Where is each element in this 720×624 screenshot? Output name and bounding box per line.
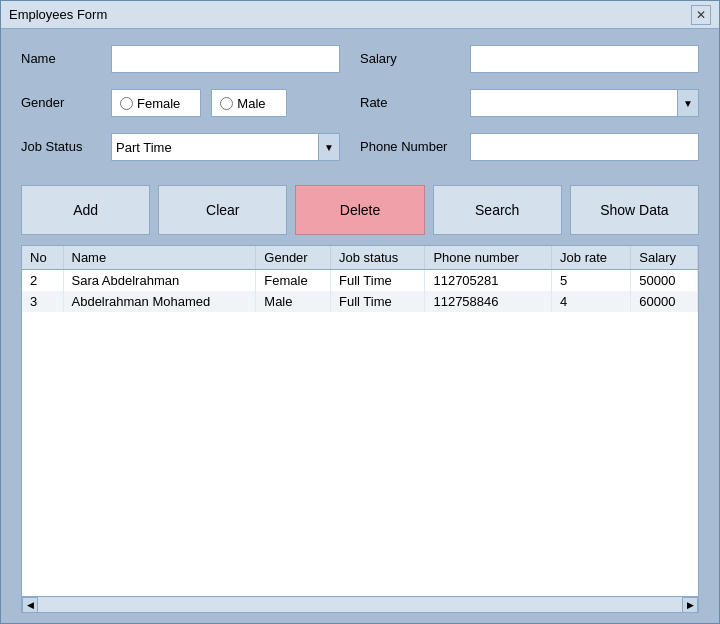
name-label: Name — [21, 45, 111, 66]
table-cell: 112758846 — [425, 291, 552, 312]
gender-male-radio[interactable] — [220, 97, 233, 110]
rate-label: Rate — [360, 89, 470, 110]
employees-table: No Name Gender Job status Phone number J… — [22, 246, 698, 312]
col-name: Name — [63, 246, 256, 270]
rate-select[interactable]: 1 2 3 4 5 — [470, 89, 699, 117]
gender-female-radio[interactable] — [120, 97, 133, 110]
gender-group: Female Male — [111, 89, 340, 117]
table-cell: 5 — [552, 270, 631, 292]
job-status-field-wrapper: Part Time Full Time Contract ▼ — [111, 133, 340, 161]
gender-rate-row: Gender Female Male Rate — [21, 89, 699, 117]
table-cell: 2 — [22, 270, 63, 292]
scroll-left-btn[interactable]: ◀ — [22, 597, 38, 613]
rate-field-wrapper: 1 2 3 4 5 ▼ — [470, 89, 699, 117]
table-cell: 60000 — [631, 291, 698, 312]
table-cell: Abdelrahman Mohamed — [63, 291, 256, 312]
horizontal-scrollbar[interactable]: ◀ ▶ — [22, 596, 698, 612]
table-cell: Full Time — [331, 291, 425, 312]
search-button[interactable]: Search — [433, 185, 562, 235]
gender-female-label: Female — [137, 96, 180, 111]
buttons-row: Add Clear Delete Search Show Data — [21, 177, 699, 245]
table-cell: 50000 — [631, 270, 698, 292]
table-row[interactable]: 2Sara AbdelrahmanFemaleFull Time11270528… — [22, 270, 698, 292]
gender-male-label: Male — [237, 96, 265, 111]
jobstatus-phone-row: Job Status Part Time Full Time Contract … — [21, 133, 699, 161]
gender-female-option[interactable]: Female — [111, 89, 201, 117]
col-job-rate: Job rate — [552, 246, 631, 270]
add-button[interactable]: Add — [21, 185, 150, 235]
table-cell: 4 — [552, 291, 631, 312]
clear-button[interactable]: Clear — [158, 185, 287, 235]
col-gender: Gender — [256, 246, 331, 270]
name-field-wrapper — [111, 45, 340, 73]
job-status-label: Job Status — [21, 133, 111, 154]
main-window: Employees Form ✕ Name Salary Gender Fema… — [0, 0, 720, 624]
col-phone: Phone number — [425, 246, 552, 270]
table-cell: Sara Abdelrahman — [63, 270, 256, 292]
table-cell: Female — [256, 270, 331, 292]
table-cell: Male — [256, 291, 331, 312]
table-cell: 3 — [22, 291, 63, 312]
table-cell: 112705281 — [425, 270, 552, 292]
phone-number-label: Phone Number — [360, 133, 470, 154]
salary-label: Salary — [360, 45, 470, 66]
salary-input[interactable] — [470, 45, 699, 73]
delete-button[interactable]: Delete — [295, 185, 424, 235]
table-row[interactable]: 3Abdelrahman MohamedMaleFull Time1127588… — [22, 291, 698, 312]
table-container[interactable]: No Name Gender Job status Phone number J… — [22, 246, 698, 596]
salary-field-wrapper — [470, 45, 699, 73]
col-no: No — [22, 246, 63, 270]
show-data-button[interactable]: Show Data — [570, 185, 699, 235]
phone-input[interactable] — [470, 133, 699, 161]
scroll-right-btn[interactable]: ▶ — [682, 597, 698, 613]
title-bar: Employees Form ✕ — [1, 1, 719, 29]
window-title: Employees Form — [9, 7, 107, 22]
gender-label: Gender — [21, 89, 111, 110]
close-button[interactable]: ✕ — [691, 5, 711, 25]
scroll-track — [38, 597, 682, 612]
job-status-select[interactable]: Part Time Full Time Contract — [111, 133, 340, 161]
table-header-row: No Name Gender Job status Phone number J… — [22, 246, 698, 270]
table-area: No Name Gender Job status Phone number J… — [21, 245, 699, 613]
name-input[interactable] — [111, 45, 340, 73]
phone-field-wrapper — [470, 133, 699, 161]
name-salary-row: Name Salary — [21, 45, 699, 73]
col-job-status: Job status — [331, 246, 425, 270]
gender-male-option[interactable]: Male — [211, 89, 286, 117]
form-area: Name Salary Gender Female M — [1, 29, 719, 623]
table-cell: Full Time — [331, 270, 425, 292]
col-salary: Salary — [631, 246, 698, 270]
